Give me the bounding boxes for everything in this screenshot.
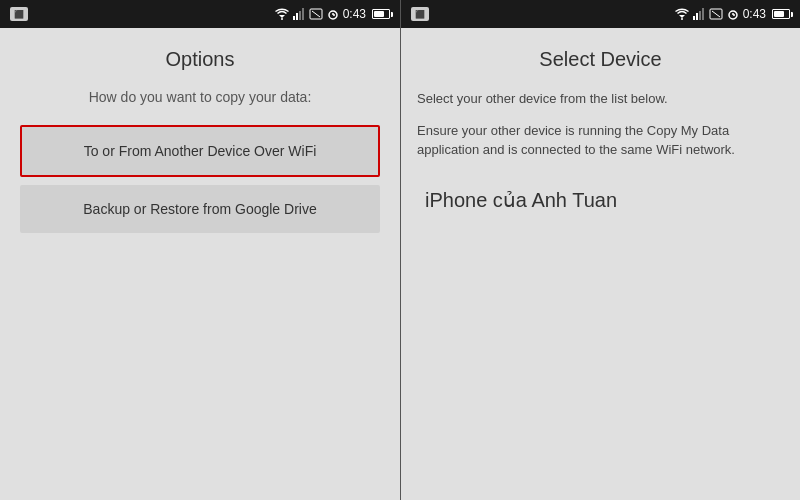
right-status-right: 0:43 xyxy=(675,7,790,21)
options-subtitle: How do you want to copy your data: xyxy=(20,89,380,105)
right-status-bar: ⬛ 0:43 xyxy=(401,0,800,28)
right-photo-icon: ⬛ xyxy=(411,7,429,21)
no-signal-icon xyxy=(309,8,323,20)
select-device-description2: Ensure your other device is running the … xyxy=(417,121,784,160)
right-no-signal-icon xyxy=(709,8,723,20)
svg-rect-5 xyxy=(302,8,304,20)
device-list-item[interactable]: iPhone của Anh Tuan xyxy=(417,172,784,220)
svg-marker-0 xyxy=(279,15,285,18)
select-device-description1: Select your other device from the list b… xyxy=(417,89,784,109)
select-device-title: Select Device xyxy=(417,48,784,71)
svg-rect-2 xyxy=(293,16,295,20)
svg-point-12 xyxy=(681,18,683,20)
battery-icon xyxy=(372,9,390,19)
svg-point-1 xyxy=(281,18,283,20)
right-battery-icon xyxy=(772,9,790,19)
left-status-left: ⬛ xyxy=(10,7,28,21)
alarm-icon xyxy=(327,8,339,20)
svg-rect-16 xyxy=(702,8,704,20)
svg-rect-15 xyxy=(699,11,701,20)
right-signal-icon xyxy=(693,8,705,20)
svg-line-7 xyxy=(312,11,320,17)
photo-icon: ⬛ xyxy=(10,7,28,21)
svg-marker-11 xyxy=(679,15,685,18)
wifi-icon xyxy=(275,8,289,20)
options-title: Options xyxy=(20,48,380,71)
right-wifi-icon xyxy=(675,8,689,20)
left-status-bar: ⬛ 0:43 xyxy=(0,0,400,28)
right-screen-content: Select Device Select your other device f… xyxy=(401,28,800,500)
signal-icon xyxy=(293,8,305,20)
right-alarm-icon xyxy=(727,8,739,20)
left-screen-content: Options How do you want to copy your dat… xyxy=(0,28,400,500)
svg-line-18 xyxy=(712,11,720,17)
svg-rect-4 xyxy=(299,11,301,20)
left-status-right: 0:43 xyxy=(275,7,390,21)
right-status-left: ⬛ xyxy=(411,7,429,21)
svg-rect-3 xyxy=(296,13,298,20)
svg-rect-14 xyxy=(696,13,698,20)
left-time: 0:43 xyxy=(343,7,366,21)
right-time: 0:43 xyxy=(743,7,766,21)
left-phone-screen: ⬛ 0:43 xyxy=(0,0,400,500)
wifi-option-button[interactable]: To or From Another Device Over WiFi xyxy=(20,125,380,177)
right-phone-screen: ⬛ 0:43 xyxy=(401,0,800,500)
svg-rect-13 xyxy=(693,16,695,20)
google-drive-option-button[interactable]: Backup or Restore from Google Drive xyxy=(20,185,380,233)
